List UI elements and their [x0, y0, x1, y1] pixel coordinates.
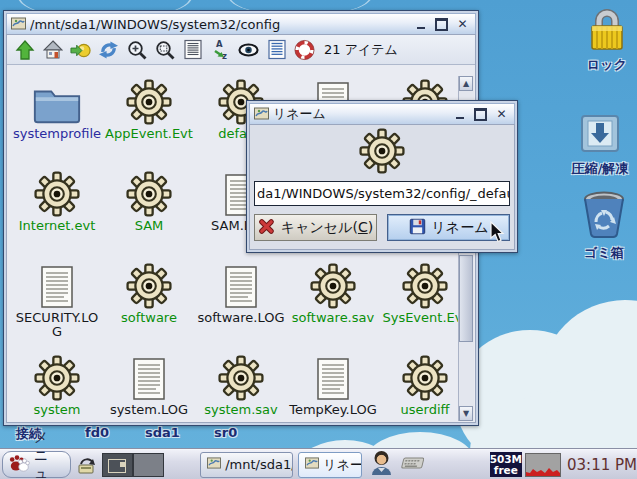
window-icon — [11, 15, 26, 34]
pager-window-rect — [108, 459, 126, 473]
document-icon — [315, 357, 351, 401]
close-button[interactable]: ✕ — [454, 17, 471, 32]
gear-icon — [310, 263, 356, 309]
rename-input-text-after: defaul — [478, 186, 510, 201]
desktop: ロック 圧縮/解凍 — [0, 0, 637, 479]
task-label: リネーム — [323, 456, 361, 474]
floppy-save-icon — [409, 218, 426, 238]
desktop-draw-icon[interactable] — [77, 455, 97, 475]
system-tray — [370, 450, 424, 479]
minimize-button[interactable] — [412, 17, 429, 32]
close-button[interactable]: ✕ — [493, 107, 510, 122]
dialog-buttons: キャンセル(C) リネーム — [254, 214, 510, 241]
refresh-icon[interactable] — [98, 39, 119, 60]
minimize-button[interactable] — [451, 107, 468, 122]
gear-icon — [34, 171, 80, 217]
scrollbar-thumb[interactable] — [459, 255, 473, 341]
file-manager-titlebar[interactable]: /mnt/sda1/WINDOWS/system32/config ✕ — [6, 13, 476, 35]
file-item-software.LOG[interactable]: software.LOG — [195, 260, 287, 352]
zoom-in-icon[interactable] — [126, 39, 147, 60]
file-item-software[interactable]: software — [103, 260, 195, 352]
rename-input-text-before: da1/WINDOWS/system32/config/_ — [257, 186, 477, 201]
pager-cell-active[interactable] — [102, 453, 133, 477]
dialog-title: リネーム — [273, 105, 447, 123]
desktop-icon-label: 圧縮/解凍 — [572, 160, 629, 178]
window-icon — [207, 457, 221, 472]
gear-icon — [250, 128, 514, 174]
document-icon — [39, 265, 75, 309]
svg-text:A: A — [216, 39, 223, 49]
paw-icon — [9, 454, 30, 476]
details-icon[interactable] — [182, 39, 203, 60]
gear-icon — [126, 263, 172, 309]
gear-icon — [402, 355, 448, 401]
window-title: /mnt/sda1/WINDOWS/system32/config — [30, 17, 408, 32]
free-space-badge[interactable]: 503M free — [490, 452, 522, 477]
taskbar: メニュー /mnt/sda1/WIN リネーム — [0, 449, 637, 479]
list-icon[interactable] — [266, 39, 287, 60]
task-label: /mnt/sda1/WIN — [225, 457, 293, 472]
folder-icon — [31, 83, 83, 125]
document-icon — [131, 357, 167, 401]
compress-icon — [577, 110, 623, 160]
rename-label: リネーム — [432, 219, 489, 237]
help-icon[interactable] — [294, 39, 315, 60]
file-item-system.sav[interactable]: system.sav — [195, 352, 287, 430]
cancel-x-icon — [258, 218, 275, 238]
file-item-system.LOG[interactable]: system.LOG — [103, 352, 195, 430]
maximize-button[interactable] — [472, 107, 489, 122]
trash-icon — [580, 188, 628, 244]
workspace-pager[interactable] — [102, 453, 164, 477]
file-item-system[interactable]: system — [11, 352, 103, 430]
show-hidden-eye-icon[interactable] — [238, 39, 259, 60]
gear-icon — [34, 355, 80, 401]
desktop-icon-lock[interactable]: ロック — [575, 6, 637, 74]
scroll-up-icon[interactable]: ▲ — [459, 76, 473, 91]
file-item-AppEvent.Evt[interactable]: AppEvent.Evt — [103, 76, 195, 168]
file-item-software.sav[interactable]: software.sav — [287, 260, 379, 352]
rename-dialog: リネーム ✕ — [246, 100, 518, 253]
cancel-button[interactable]: キャンセル(C) — [254, 214, 377, 241]
keyboard-icon[interactable] — [398, 454, 424, 475]
gear-icon — [126, 79, 172, 125]
window-icon — [305, 457, 319, 472]
file-item-SAM[interactable]: SAM — [103, 168, 195, 260]
item-count: 21 アイテム — [324, 41, 398, 59]
rename-dialog-body: da1/WINDOWS/system32/config/_defaul キャンセ… — [249, 124, 515, 250]
menu-button[interactable]: メニュー — [2, 451, 71, 478]
toolbar: Az 21 アイテム — [7, 35, 475, 65]
desktop-icon-label: ロック — [587, 56, 627, 74]
file-item-TempKey.LOG[interactable]: TempKey.LOG — [287, 352, 379, 430]
maximize-button[interactable] — [433, 17, 450, 32]
lock-icon — [585, 6, 629, 56]
desktop-icon-trash[interactable]: ゴミ箱 — [572, 188, 636, 262]
file-item-systemprofile[interactable]: systemprofile — [11, 76, 103, 168]
taskbar-clock[interactable]: 03:11 PM — [567, 456, 637, 474]
scroll-down-icon[interactable]: ▼ — [459, 406, 473, 421]
goto-icon[interactable] — [70, 39, 91, 60]
zoom-fit-icon[interactable] — [154, 39, 175, 60]
home-icon[interactable] — [42, 39, 63, 60]
up-icon[interactable] — [14, 39, 35, 60]
user-avatar-icon[interactable] — [370, 450, 393, 479]
gear-icon — [126, 171, 172, 217]
desktop-icon-label: ゴミ箱 — [584, 244, 624, 262]
window-icon — [254, 105, 269, 124]
desktop-icon-compress[interactable]: 圧縮/解凍 — [568, 110, 632, 178]
document-icon — [223, 265, 259, 309]
pager-cell[interactable] — [133, 453, 164, 477]
menu-label: メニュー — [34, 429, 60, 479]
rename-dialog-titlebar[interactable]: リネーム ✕ — [249, 103, 515, 125]
gear-icon — [218, 355, 264, 401]
file-item-SECURITY.LOG[interactable]: SECURITY.LOG — [11, 260, 103, 352]
file-item-Internet.evt[interactable]: Internet.evt — [11, 168, 103, 260]
taskbar-task-filemanager[interactable]: /mnt/sda1/WIN — [200, 452, 293, 478]
gear-icon — [402, 263, 448, 309]
taskbar-task-rename[interactable]: リネーム — [298, 452, 361, 478]
sort-az-icon[interactable]: Az — [210, 39, 231, 60]
cpu-graph[interactable] — [525, 453, 561, 477]
cancel-label: キャンセル(C) — [281, 219, 373, 237]
mouse-cursor — [490, 221, 506, 247]
rename-input[interactable]: da1/WINDOWS/system32/config/_defaul — [254, 181, 510, 206]
